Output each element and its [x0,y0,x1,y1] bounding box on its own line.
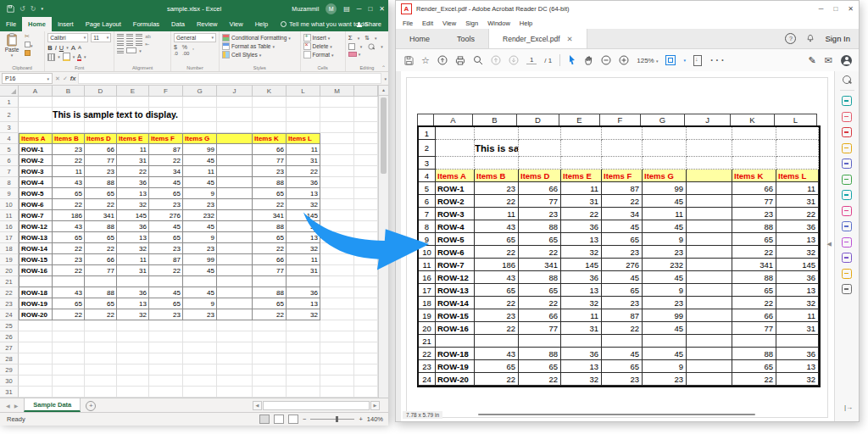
cell-J10[interactable] [217,199,253,210]
cell-D23[interactable]: 65 [85,298,117,309]
comment-icon[interactable] [842,143,852,153]
row-header-1[interactable]: 1 [0,97,19,108]
cell-K2[interactable] [253,108,287,122]
collapse-panel-icon[interactable]: ◀ [827,241,832,248]
cell-J2[interactable] [217,108,253,122]
cell-B31[interactable] [53,387,85,398]
font-color-button[interactable]: A [77,53,81,61]
tab-data[interactable]: Data [165,17,191,31]
row-header-5[interactable]: 5 [0,144,19,155]
cell-A18[interactable]: ROW-14 [19,243,53,254]
cell-F22[interactable]: 45 [149,287,183,298]
cell-M5[interactable] [320,144,354,155]
tab-insert[interactable]: Insert [52,17,80,31]
cell-E17[interactable]: 13 [117,232,149,243]
cell-K30[interactable] [253,376,287,387]
cell-G23[interactable]: 9 [183,298,217,309]
align-right-icon[interactable] [136,41,142,46]
cell-M2[interactable] [320,108,354,122]
menu-file[interactable]: File [403,19,413,27]
row-header-9[interactable]: 9 [0,188,19,199]
number-format-combo[interactable]: General▾ [174,33,216,42]
cell-D31[interactable] [85,387,117,398]
cell-L29[interactable] [287,364,320,376]
cell-M23[interactable] [320,298,354,309]
row-header-22[interactable]: 22 [0,287,19,298]
cell-M26[interactable] [320,331,354,342]
cell-D1[interactable] [85,97,117,108]
cell-K27[interactable] [253,342,287,353]
cell-F3[interactable] [149,122,183,133]
cell-G21[interactable] [183,276,217,287]
cell-K16[interactable]: 88 [253,221,287,232]
cell-E23[interactable]: 13 [117,298,149,309]
cell-K4[interactable]: Items K [253,133,287,144]
cell-D26[interactable] [85,331,117,342]
row-header-26[interactable]: 26 [0,331,19,342]
print-icon[interactable] [455,56,465,65]
cell-A9[interactable]: ROW-5 [19,188,53,199]
row-header-27[interactable]: 27 [0,342,19,353]
cell-D16[interactable]: 88 [85,221,117,232]
tab-acrobat-home[interactable]: Home [396,29,443,48]
row-header-25[interactable]: 25 [0,320,19,331]
row-header-16[interactable]: 16 [0,221,19,232]
cell-L7[interactable]: 22 [287,166,320,177]
bold-button[interactable]: B [47,44,52,52]
column-header-G[interactable]: G [183,86,217,97]
cell-L8[interactable]: 36 [287,177,320,188]
cell-M1[interactable] [320,97,354,108]
cell-F28[interactable] [149,353,183,364]
convert-pdf-icon[interactable] [842,237,852,248]
shrink-font-button[interactable]: A [78,45,81,50]
insert-cells-button[interactable]: Insert▾ [303,34,342,42]
cell-A7[interactable]: ROW-3 [19,166,53,177]
cell-G11[interactable]: 232 [183,210,217,221]
row-header-17[interactable]: 17 [0,232,19,243]
cell-G18[interactable]: 23 [183,243,217,254]
fill-button[interactable] [348,43,355,50]
cell-D3[interactable] [85,122,117,133]
cell-D30[interactable] [85,376,117,387]
column-header-J[interactable]: J [217,86,253,97]
cell-G26[interactable] [183,331,217,342]
cell-K7[interactable]: 23 [253,166,287,177]
cell-J17[interactable] [217,232,253,243]
select-all-corner[interactable] [0,86,19,97]
cell-J24[interactable] [217,309,253,320]
cell-J30[interactable] [217,376,253,387]
tab-tools[interactable]: Tools [443,29,488,48]
column-header-partial[interactable] [354,86,378,97]
help-icon[interactable]: ? [785,33,796,44]
cell-L28[interactable] [287,353,320,364]
zoom-out-icon[interactable] [601,55,611,65]
cell-F23[interactable]: 65 [149,298,183,309]
borders-button[interactable] [47,53,55,61]
cell-J6[interactable] [217,155,253,166]
cell-J20[interactable] [217,265,253,276]
cell-L3[interactable] [287,122,320,133]
cell-J11[interactable] [217,210,253,221]
cell-K23[interactable]: 65 [253,298,287,309]
cell-A17[interactable]: ROW-13 [19,232,53,243]
cell-D8[interactable]: 88 [85,177,117,188]
italic-button[interactable]: I [55,44,57,52]
cell-A5[interactable]: ROW-1 [19,144,53,155]
cell-D28[interactable] [85,353,117,364]
cell-A2[interactable] [19,108,53,122]
row-header-2[interactable]: 2 [0,108,19,122]
user-name[interactable]: Muzammil [292,6,319,12]
cell-L23[interactable]: 13 [287,298,320,309]
cell-J9[interactable] [217,188,253,199]
cell-A23[interactable]: ROW-19 [19,298,53,309]
page-break-view-icon[interactable] [288,415,298,424]
conditional-formatting-button[interactable]: Conditional Formatting▾ [222,34,298,42]
zoom-slider[interactable] [310,419,354,420]
copy-button[interactable]: ▾ [25,42,33,48]
tab-review[interactable]: Review [191,17,224,31]
cell-B24[interactable]: 22 [53,309,85,320]
cell-E29[interactable] [117,364,149,376]
cell-J7[interactable] [217,166,253,177]
cell-E11[interactable]: 145 [117,210,149,221]
paste-button[interactable]: Paste▾ [3,33,21,58]
